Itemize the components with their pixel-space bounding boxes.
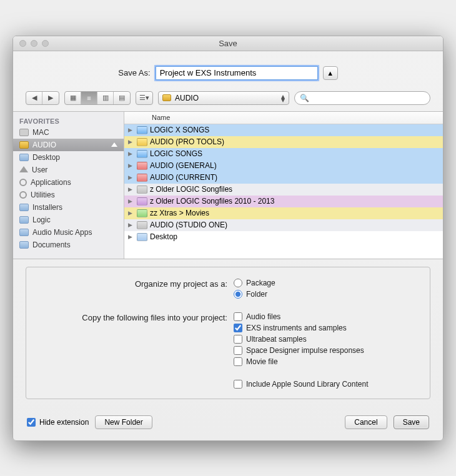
hide-extension-checkbox[interactable] (27, 418, 36, 427)
disclosure-triangle-icon[interactable]: ▶ (128, 222, 134, 228)
sidebar-item-applications[interactable]: Applications (13, 176, 124, 189)
file-name: zz Xtras > Movies (150, 209, 439, 217)
fold-icon (19, 216, 29, 224)
file-name: z Older LOGIC Songfiles 2010 - 2013 (150, 197, 439, 206)
copy-checkbox-input[interactable] (234, 335, 242, 344)
save-button[interactable]: Save (394, 415, 429, 429)
sidebar-item-mac[interactable]: MAC (13, 126, 124, 139)
search-input[interactable] (312, 94, 425, 102)
sidebar-item-label: Utilities (31, 191, 55, 199)
organize-radio-input[interactable] (234, 279, 242, 287)
back-button[interactable]: ◀ (26, 92, 42, 104)
popup-chevron-icon: ▴▾ (281, 94, 285, 102)
file-row[interactable]: ▶AUDIO (CURRENT) (124, 172, 443, 184)
file-row[interactable]: ▶AUDIO (STUDIO ONE) (124, 219, 443, 231)
sidebar-item-audio-music-apps[interactable]: Audio Music Apps (13, 226, 124, 239)
save-as-row: Save As: ▲ (13, 51, 443, 89)
path-popup-label: AUDIO (175, 94, 277, 102)
file-name: AUDIO (STUDIO ONE) (150, 221, 439, 229)
save-as-label: Save As: (118, 68, 150, 77)
organize-radio-package[interactable]: Package (234, 279, 416, 287)
fold-icon (19, 229, 29, 236)
sidebar-item-label: User (32, 166, 47, 174)
expand-collapse-button[interactable]: ▲ (323, 66, 338, 80)
file-row[interactable]: ▶AUDIO (PRO TOOLS) (124, 136, 443, 148)
disclosure-triangle-icon[interactable]: ▶ (128, 198, 134, 204)
copy-checkbox-input[interactable] (234, 312, 242, 321)
folder-icon (137, 197, 147, 206)
organize-radio-folder[interactable]: Folder (234, 290, 416, 299)
column-view-button[interactable]: ▥ (97, 92, 114, 104)
list-view-button[interactable]: ≡ (81, 92, 97, 104)
sidebar-item-label: Desktop (32, 153, 60, 162)
file-row[interactable]: ▶AUDIO (GENERAL) (124, 160, 443, 172)
copy-checkbox-space-designer-impulse-responses[interactable]: Space Designer impulse responses (234, 346, 416, 355)
copy-checkbox-exs-instruments-and-samples[interactable]: EXS instruments and samples (234, 324, 416, 332)
disclosure-triangle-icon[interactable]: ▶ (128, 210, 134, 216)
sidebar-item-audio[interactable]: AUDIO (13, 139, 124, 151)
save-dialog: Save Save As: ▲ ◀ ▶ ▦ ≡ ▥ ▤ ☰▾ AUDIO ▴▾ … (12, 36, 444, 441)
folder-icon (137, 126, 147, 134)
save-as-input[interactable] (156, 66, 318, 80)
file-row[interactable]: ▶Desktop (124, 231, 443, 243)
folder-icon (137, 233, 147, 241)
browser-toolbar: ◀ ▶ ▦ ≡ ▥ ▤ ☰▾ AUDIO ▴▾ 🔍 (13, 89, 443, 112)
path-popup[interactable]: AUDIO ▴▾ (158, 91, 289, 105)
copy-checkbox-input[interactable] (234, 346, 242, 355)
sidebar-item-label: Logic (32, 216, 51, 224)
file-row[interactable]: ▶z Older LOGIC Songfiles 2010 - 2013 (124, 196, 443, 207)
sidebar-item-label: Applications (31, 178, 71, 187)
copy-checkbox-ultrabeat-samples[interactable]: Ultrabeat samples (234, 335, 416, 344)
disk-icon (19, 141, 29, 149)
sidebar-item-label: Audio Music Apps (32, 228, 92, 237)
file-browser: FAVORITES MACAUDIODesktopUserApplication… (13, 112, 443, 259)
disclosure-triangle-icon[interactable]: ▶ (128, 174, 134, 181)
copy-checkbox-input[interactable] (234, 324, 242, 332)
organize-label: Organize my project as a: (40, 279, 234, 289)
forward-button[interactable]: ▶ (42, 92, 59, 104)
disclosure-triangle-icon[interactable]: ▶ (128, 139, 134, 145)
folder-icon (137, 221, 147, 229)
file-name: AUDIO (PRO TOOLS) (150, 137, 439, 146)
folder-icon (137, 138, 147, 146)
organize-radio-input[interactable] (234, 290, 242, 299)
radio-label: Package (246, 279, 275, 287)
file-name: z Older LOGIC Songfiles (150, 185, 439, 194)
file-row[interactable]: ▶LOGIC X SONGS (124, 124, 443, 136)
dialog-footer: Hide extension New Folder Cancel Save (13, 409, 443, 440)
include-library-checkbox[interactable] (234, 380, 242, 389)
disclosure-triangle-icon[interactable]: ▶ (128, 127, 134, 133)
file-row[interactable]: ▶zz Xtras > Movies (124, 207, 443, 219)
search-field[interactable]: 🔍 (294, 91, 430, 105)
sidebar-item-label: MAC (32, 128, 49, 137)
copy-checkbox-audio-files[interactable]: Audio files (234, 312, 416, 321)
disclosure-triangle-icon[interactable]: ▶ (128, 234, 134, 240)
disclosure-triangle-icon[interactable]: ▶ (128, 162, 134, 169)
copy-checkbox-movie-file[interactable]: Movie file (234, 357, 416, 366)
group-by-segment: ☰▾ (136, 91, 153, 105)
disclosure-triangle-icon[interactable]: ▶ (128, 151, 134, 157)
file-name: LOGIC SONGS (150, 149, 439, 158)
sidebar-item-logic[interactable]: Logic (13, 214, 124, 226)
new-folder-button[interactable]: New Folder (95, 415, 152, 429)
copy-checkbox-input[interactable] (234, 357, 242, 366)
sidebar-item-utilities[interactable]: Utilities (13, 189, 124, 201)
group-by-button[interactable]: ☰▾ (136, 92, 152, 104)
sidebar-item-desktop[interactable]: Desktop (13, 151, 124, 164)
folder-icon (137, 209, 147, 217)
icon-view-button[interactable]: ▦ (65, 92, 81, 104)
sidebar-item-installers[interactable]: Installers (13, 201, 124, 214)
sidebar-item-documents[interactable]: Documents (13, 239, 124, 251)
file-list-header-name[interactable]: Name (124, 112, 443, 124)
radio-label: Folder (246, 290, 267, 299)
file-row[interactable]: ▶LOGIC SONGS (124, 148, 443, 160)
cancel-button[interactable]: Cancel (345, 415, 387, 429)
file-list-body[interactable]: ▶LOGIC X SONGS▶AUDIO (PRO TOOLS)▶LOGIC S… (124, 124, 443, 259)
disclosure-triangle-icon[interactable]: ▶ (128, 186, 134, 192)
triangle-up-icon: ▲ (327, 69, 334, 77)
sidebar-item-user[interactable]: User (13, 164, 124, 176)
coverflow-view-button[interactable]: ▤ (114, 92, 130, 104)
hide-extension-label: Hide extension (39, 418, 89, 427)
file-row[interactable]: ▶z Older LOGIC Songfiles (124, 184, 443, 196)
eject-icon[interactable] (111, 142, 117, 147)
